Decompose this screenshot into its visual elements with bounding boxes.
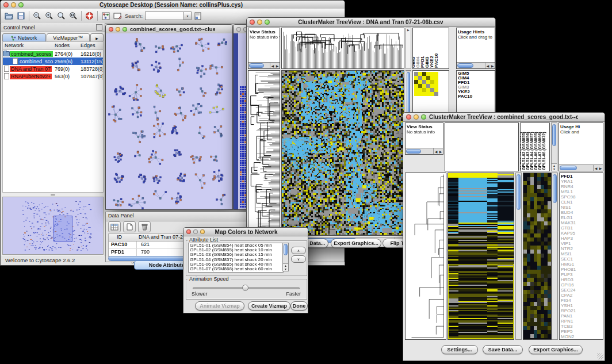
matrix-cell[interactable] [430, 92, 434, 96]
zoom-button[interactable] [265, 20, 270, 25]
button-save-data[interactable]: Save Data... [483, 345, 523, 354]
matrix-cell[interactable] [426, 80, 430, 84]
gene-label[interactable]: BUD4 [560, 210, 603, 215]
matrix-cell[interactable] [422, 88, 426, 92]
matrix-cell[interactable] [434, 88, 438, 92]
gene-label[interactable]: FIG4 [560, 298, 603, 303]
scroll-thumb[interactable] [457, 63, 473, 68]
select-attributes-button[interactable] [108, 221, 121, 232]
treeview2-gene-dendrogram[interactable] [405, 173, 446, 340]
vscrollbar[interactable] [406, 70, 411, 71]
column-edges[interactable]: Edges [81, 43, 95, 48]
matrix-cell[interactable] [430, 80, 434, 84]
matrix-cell[interactable] [422, 72, 426, 76]
close-button[interactable] [3, 2, 9, 7]
dialog-titlebar[interactable]: Map Colors to Network [183, 228, 308, 236]
gene-label[interactable]: SEC24 [560, 288, 603, 293]
vizmap-icon[interactable] [100, 10, 112, 21]
gene-label[interactable]: PUF3 [560, 272, 603, 277]
button-animate-vizmap[interactable]: Animate Vizmap [195, 301, 244, 311]
new-attribute-button[interactable] [123, 221, 136, 232]
splitter-strip[interactable]: ▶ [406, 28, 411, 69]
gene-label[interactable]: PEP5 [560, 329, 603, 334]
gene-label[interactable]: RNR4 [560, 184, 603, 189]
gene-label[interactable]: MAK31 [560, 220, 603, 225]
gene-label[interactable]: NIS1 [560, 205, 603, 210]
column-nodes[interactable]: Nodes [55, 43, 70, 48]
speed-slider-thumb[interactable] [242, 285, 248, 291]
gene-label[interactable]: KAP95 [560, 231, 603, 236]
zoom-in-button[interactable] [43, 10, 55, 21]
save-button[interactable] [15, 10, 27, 21]
gene-label[interactable]: NTR2 [560, 246, 603, 251]
matrix-cell[interactable] [418, 92, 422, 96]
gene-label[interactable]: GPI16 [560, 282, 603, 288]
column-id[interactable]: ID [117, 234, 122, 240]
hscrollbar[interactable]: ◀▶ [457, 62, 495, 68]
scroll-right-arrow-icon[interactable]: ▶ [598, 166, 603, 170]
matrix-cell[interactable] [418, 80, 422, 84]
minimize-button[interactable] [257, 20, 262, 25]
minimize-button[interactable] [193, 229, 198, 234]
network-table-row[interactable]: combined_scores2764(0)16218(0) [3, 50, 103, 58]
help-lifebuoy-icon[interactable] [83, 10, 95, 21]
network-table-row[interactable]: combined_sco2569(6)13112(15) [3, 58, 103, 65]
network-view-titlebar[interactable]: combined_scores_good.txt--cluste... [106, 25, 232, 34]
scroll-right-arrow-icon[interactable]: ▶ [275, 64, 280, 68]
gene-label[interactable]: GTB1 [560, 225, 603, 231]
gene-label[interactable]: HRD3 [560, 277, 603, 282]
matrix-cell[interactable] [418, 72, 422, 76]
column-label[interactable]: PAC10 [439, 28, 443, 68]
matrix-cell[interactable] [426, 72, 430, 76]
minimize-button[interactable] [11, 2, 16, 7]
button-done[interactable]: Done [290, 301, 308, 311]
matrix-cell[interactable] [434, 72, 438, 76]
zoom-fit-button[interactable] [67, 10, 79, 21]
gene-label[interactable]: YRA1 [560, 179, 603, 184]
minimize-button[interactable] [116, 27, 120, 32]
scroll-thumb[interactable] [517, 174, 521, 210]
gene-label[interactable]: VIP1 [560, 241, 603, 246]
matrix-cell[interactable] [426, 88, 430, 92]
gene-label[interactable]: TCB3 [560, 324, 603, 329]
main-titlebar[interactable]: Cytoscape Desktop (Session Name: collins… [1, 1, 345, 9]
matrix-cell[interactable] [434, 80, 438, 84]
gene-label[interactable]: PHO81 [560, 267, 603, 272]
scroll-thumb[interactable] [552, 124, 556, 146]
matrix-cell[interactable] [422, 92, 426, 96]
gene-label[interactable]: RPO21 [560, 308, 603, 313]
float-panel-icon[interactable] [96, 24, 102, 30]
search-dropdown-arrow[interactable]: ▼ [184, 12, 192, 20]
matrix-cell[interactable] [426, 76, 430, 80]
matrix-cell[interactable] [418, 88, 422, 92]
vscrollbar[interactable]: ▲▼ [282, 243, 289, 271]
gene-label[interactable]: HMG1 [560, 262, 603, 267]
matrix-cell[interactable] [418, 76, 422, 80]
scroll-thumb[interactable] [553, 174, 557, 203]
matrix-cell[interactable] [414, 84, 418, 88]
zoom-button[interactable] [123, 27, 127, 32]
scroll-left-arrow-icon[interactable]: ◀ [485, 64, 490, 68]
treeview2-zoom-heatmap[interactable] [523, 173, 552, 340]
scroll-thumb[interactable] [406, 149, 421, 154]
matrix-cell[interactable] [430, 76, 434, 80]
network-table-row[interactable]: DNA and Tran 07769(0)183728(0) [3, 65, 103, 72]
matrix-cell[interactable] [422, 80, 426, 84]
scroll-down-arrow-icon[interactable]: ▼ [283, 267, 288, 271]
hscrollbar[interactable]: ◀▶ [248, 62, 280, 68]
birds-eye-canvas[interactable] [3, 197, 103, 254]
gene-label[interactable]: RPN1 [560, 319, 603, 324]
matrix-cell[interactable] [426, 92, 430, 96]
delete-attribute-button[interactable] [138, 221, 151, 232]
matrix-cell[interactable] [426, 84, 430, 88]
gene-label[interactable]: HAP3 [560, 236, 603, 241]
treeview2-heatmap[interactable] [447, 173, 514, 340]
close-button[interactable] [109, 27, 113, 32]
close-button[interactable] [186, 229, 191, 234]
scroll-thumb[interactable] [560, 166, 577, 170]
treeview1-column-dendrogram[interactable] [281, 28, 404, 69]
zoom-out-button[interactable] [31, 10, 43, 21]
correlation-matrix[interactable] [414, 72, 438, 96]
button-export-graphics[interactable]: Export Graphics... [529, 345, 583, 354]
birds-eye-view[interactable] [2, 197, 104, 255]
